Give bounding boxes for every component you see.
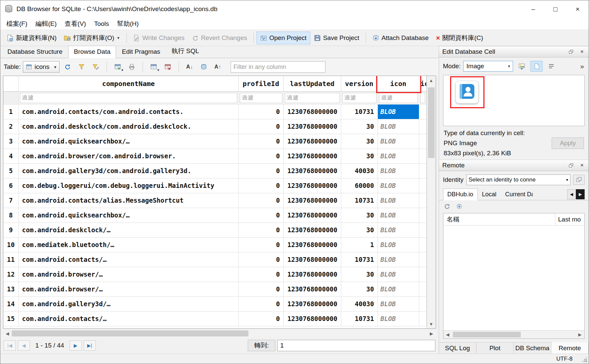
- row-number-cell[interactable]: 14: [3, 296, 18, 311]
- icon-blob-cell[interactable]: BLOB: [378, 119, 419, 134]
- version-cell[interactable]: 10731: [341, 311, 378, 326]
- row-number-cell[interactable]: 10: [3, 237, 18, 252]
- clipped-cell[interactable]: [419, 163, 426, 178]
- close-panel-icon[interactable]: ×: [579, 162, 585, 169]
- profile-id-cell[interactable]: 0: [238, 163, 283, 178]
- goto-record-input[interactable]: [277, 340, 435, 351]
- icon-blob-cell[interactable]: BLOB: [378, 223, 419, 237]
- save-project-button[interactable]: Save Project: [310, 32, 363, 44]
- close-panel-icon[interactable]: ×: [579, 48, 585, 55]
- clipped-cell[interactable]: [419, 296, 426, 311]
- component-name-cell[interactable]: com.debug.loggerui/com.debug.loggerui.Ma…: [18, 178, 238, 193]
- tab-browse-data[interactable]: Browse Data: [68, 46, 116, 58]
- component-name-cell[interactable]: com.android.gallery3d/com.android.galler…: [18, 163, 238, 178]
- close-button[interactable]: ×: [566, 0, 589, 18]
- profile-id-cell[interactable]: 0: [238, 178, 283, 193]
- icon-blob-cell[interactable]: BLOB: [378, 267, 419, 282]
- tab-execute-sql[interactable]: 執行 SQL: [166, 44, 205, 58]
- horizontal-scroll-thumb[interactable]: [12, 330, 248, 336]
- scroll-up-button[interactable]: ▲: [427, 76, 436, 85]
- version-cell[interactable]: 40030: [341, 163, 378, 178]
- row-number-cell[interactable]: 4: [3, 149, 18, 163]
- componentname-filter-input[interactable]: [20, 93, 237, 103]
- last-updated-cell[interactable]: 1230768000000: [283, 237, 341, 252]
- last-updated-cell[interactable]: 1230768000000: [283, 178, 341, 193]
- icon-blob-cell[interactable]: BLOB: [378, 163, 419, 178]
- last-updated-cell[interactable]: 1230768000000: [283, 163, 341, 178]
- horizontal-scrollbar[interactable]: ◀ ▶: [3, 329, 436, 337]
- word-wrap-button[interactable]: [545, 61, 557, 72]
- next-record-button[interactable]: ▶: [70, 340, 82, 351]
- last-updated-cell[interactable]: 1230768000000: [283, 149, 341, 163]
- global-filter-input[interactable]: [231, 61, 325, 73]
- profile-id-cell[interactable]: 0: [238, 119, 283, 134]
- scroll-left-button[interactable]: ◀: [3, 329, 12, 337]
- remote-upload-icon[interactable]: [456, 203, 463, 210]
- tab-scroll-left-button[interactable]: ◀: [567, 189, 576, 199]
- remote-tab-local[interactable]: Local: [478, 189, 501, 200]
- component-name-cell[interactable]: com.android.gallery3d/…: [18, 296, 238, 311]
- row-number-cell[interactable]: 15: [3, 311, 18, 326]
- row-number-cell[interactable]: 3: [3, 134, 18, 149]
- menu-edit[interactable]: 編輯(E): [31, 18, 61, 30]
- last-updated-cell[interactable]: 1230768000000: [283, 282, 341, 296]
- import-image-button[interactable]: [516, 61, 528, 72]
- clipped-filter-input[interactable]: [420, 93, 425, 103]
- last-updated-cell[interactable]: 1230768000000: [283, 267, 341, 282]
- close-database-button[interactable]: × 關閉資料庫(C): [432, 31, 487, 45]
- version-cell[interactable]: 30: [341, 223, 378, 237]
- last-updated-cell[interactable]: 1230768000000: [283, 134, 341, 149]
- row-number-cell[interactable]: 11: [3, 252, 18, 267]
- clipped-cell[interactable]: [419, 149, 426, 163]
- remote-scroll-track[interactable]: [452, 331, 576, 338]
- mode-selector[interactable]: Image ▾: [463, 61, 513, 72]
- last-updated-cell[interactable]: 1230768000000: [283, 223, 341, 237]
- minimize-button[interactable]: –: [522, 0, 544, 18]
- profile-id-cell[interactable]: 0: [238, 296, 283, 311]
- scroll-right-button[interactable]: ▶: [576, 331, 584, 338]
- delete-record-button[interactable]: [162, 61, 174, 73]
- clipped-cell[interactable]: [419, 134, 426, 149]
- icon-blob-cell[interactable]: BLOB: [378, 208, 419, 223]
- version-filter-input[interactable]: [342, 93, 377, 103]
- component-name-cell[interactable]: com.android.contacts/alias.MessageShortc…: [18, 193, 238, 208]
- icon-blob-cell[interactable]: BLOB: [378, 178, 419, 193]
- clipped-cell[interactable]: [419, 223, 426, 237]
- last-updated-cell[interactable]: 1230768000000: [283, 119, 341, 134]
- profile-id-cell[interactable]: 0: [238, 282, 283, 296]
- clipped-cell[interactable]: [419, 119, 426, 134]
- row-number-cell[interactable]: 13: [3, 282, 18, 296]
- column-header-profileid[interactable]: profileId: [238, 76, 283, 91]
- sort-ascending-button[interactable]: A↓: [184, 61, 196, 73]
- encoding-indicator[interactable]: UTF-8: [556, 356, 573, 362]
- last-updated-cell[interactable]: 1230768000000: [283, 311, 341, 326]
- undock-panel-icon[interactable]: [568, 48, 575, 55]
- vertical-scroll-thumb[interactable]: [428, 87, 435, 158]
- last-updated-cell[interactable]: 1230768000000: [283, 104, 341, 119]
- menu-help[interactable]: 幫助(H): [113, 18, 143, 30]
- remote-tab-current-database[interactable]: Current Dat: [501, 189, 533, 200]
- horizontal-scroll-track[interactable]: [12, 329, 427, 337]
- component-name-cell[interactable]: com.android.contacts/com.android.contact…: [18, 104, 238, 119]
- profile-id-cell[interactable]: 0: [238, 223, 283, 237]
- scroll-right-button[interactable]: ▶: [427, 329, 436, 337]
- remote-tab-dbhub[interactable]: DBHub.io: [443, 189, 478, 200]
- icon-blob-cell[interactable]: BLOB: [378, 104, 419, 119]
- print-button[interactable]: [126, 61, 138, 73]
- clone-database-button[interactable]: [573, 175, 585, 185]
- component-name-cell[interactable]: com.android.quicksearchbox/…: [18, 134, 238, 149]
- column-header-icon[interactable]: icon: [378, 76, 419, 91]
- icon-blob-cell[interactable]: BLOB: [378, 134, 419, 149]
- profile-id-cell[interactable]: 0: [238, 104, 283, 119]
- refresh-button[interactable]: [62, 61, 74, 73]
- open-database-dropdown-icon[interactable]: ▾: [117, 35, 120, 40]
- profile-id-cell[interactable]: 0: [238, 237, 283, 252]
- version-cell[interactable]: 40030: [341, 296, 378, 311]
- component-name-cell[interactable]: com.android.quicksearchbox/…: [18, 208, 238, 223]
- save-filter-button[interactable]: [90, 61, 102, 73]
- row-number-cell[interactable]: 9: [3, 223, 18, 237]
- row-number-cell[interactable]: 12: [3, 267, 18, 282]
- profile-id-cell[interactable]: 0: [238, 193, 283, 208]
- column-header-lastupdated[interactable]: lastUpdated: [283, 76, 341, 91]
- write-changes-button[interactable]: Write Changes: [129, 32, 188, 44]
